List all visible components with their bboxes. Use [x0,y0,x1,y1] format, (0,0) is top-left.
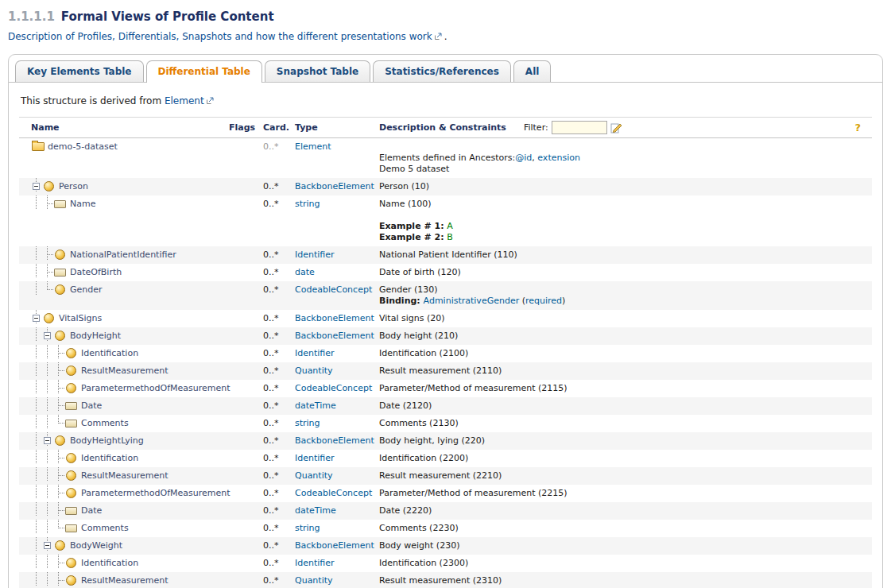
external-link-icon [206,96,214,107]
description-cell: Result measurement (2110) [379,362,872,380]
tab-key-elements-table[interactable]: Key Elements Table [15,60,144,82]
table-row: Date0..*dateTimeDate (2120) [19,397,872,415]
element-name[interactable]: BodyWeight [70,537,122,551]
type-link[interactable]: BackboneElement [295,331,374,341]
type-link[interactable]: string [295,199,320,209]
element-name[interactable]: Comments [81,520,129,533]
cardinality-cell: 0..* [263,281,295,295]
primitive-type-icon [65,420,77,427]
type-link[interactable]: dateTime [295,400,336,411]
element-name[interactable]: Comments [81,415,129,428]
element-name[interactable]: Name [70,195,95,209]
tree-guide [42,362,53,376]
element-name[interactable]: Person [59,178,88,191]
tree-guide [31,281,42,295]
table-row: ParametermethodOfMeasurement0..*Codeable… [19,485,872,502]
filter-input[interactable] [552,121,607,134]
tab-differential-table[interactable]: Differential Table [146,60,262,83]
type-link[interactable]: Quantity [295,470,333,481]
tree-guide [31,520,42,533]
type-link[interactable]: string [295,418,320,428]
description-cell: Date (2120) [379,397,872,415]
desc-text: Person (10) [379,181,429,191]
element-name[interactable]: Identification [81,345,138,358]
type-cell: string [295,415,379,428]
tabs-bar: Key Elements TableDifferential TableSnap… [9,55,882,83]
tab-snapshot-table[interactable]: Snapshot Table [265,60,370,82]
datatype-icon [66,453,76,463]
tree-guide [31,195,42,209]
element-name[interactable]: VitalSigns [59,310,102,323]
datatype-icon [66,488,76,498]
tree-guide-expander [42,327,53,341]
subtitle-link[interactable]: Description of Profiles, Differentials, … [8,31,432,42]
type-link[interactable]: Identifier [295,453,335,463]
type-link[interactable]: Identifier [295,558,335,568]
type-link[interactable]: BackboneElement [295,313,374,323]
tree-guide [53,415,64,428]
element-name[interactable]: ParametermethodOfMeasurement [81,485,230,498]
inline-link[interactable]: required [525,296,562,306]
element-name[interactable]: Gender [70,281,103,295]
element-name[interactable]: ResultMeasurement [81,362,169,376]
help-icon[interactable]: ? [854,122,861,133]
table-row: ResultMeasurement0..*QuantityResult meas… [19,362,872,380]
type-cell: Quantity [295,572,379,586]
section-number: 1.1.1.1 [8,10,55,24]
element-name[interactable]: DateOfBirth [70,264,122,277]
type-link[interactable]: Quantity [295,366,333,376]
element-name[interactable]: Date [81,502,102,516]
description-cell: Identification (2100) [379,345,872,362]
element-name[interactable]: demo-5-dataset [48,138,118,152]
filter-edit-icon[interactable] [610,122,622,133]
collapse-toggle-icon[interactable] [33,183,40,190]
type-link[interactable]: Identifier [295,348,335,358]
inline-link[interactable]: extension [537,153,580,163]
collapse-toggle-icon[interactable] [33,315,40,322]
type-link[interactable]: BackboneElement [295,181,374,191]
icon-slot [64,485,79,498]
type-link[interactable]: date [295,267,315,277]
type-link[interactable]: CodeableConcept [295,488,372,498]
element-name[interactable]: ResultMeasurement [81,572,169,586]
type-link[interactable]: Element [295,141,331,152]
tree-guide [53,397,64,411]
type-link[interactable]: Quantity [295,575,333,586]
inline-link[interactable]: @id [515,153,532,163]
tab-all[interactable]: All [513,60,552,82]
type-link[interactable]: Identifier [295,250,335,260]
cardinality-cell: 0..* [263,397,295,411]
name-cell: ParametermethodOfMeasurement [19,380,229,393]
collapse-toggle-icon[interactable] [44,437,51,444]
element-name[interactable]: Identification [81,450,138,463]
filter-label: Filter: [524,122,548,133]
element-name[interactable]: BodyHeight [70,327,121,341]
tab-statistics-references[interactable]: Statistics/References [373,60,511,82]
type-link[interactable]: string [295,523,320,533]
type-link[interactable]: dateTime [295,505,336,516]
type-cell: Identifier [295,450,379,463]
collapse-toggle-icon[interactable] [44,332,51,339]
type-cell: string [295,195,379,209]
type-cell: Element [295,138,379,152]
element-name[interactable]: Identification [81,555,138,568]
type-link[interactable]: CodeableConcept [295,383,372,393]
name-cell: ResultMeasurement [19,362,229,376]
element-name[interactable]: Date [81,397,102,411]
derived-link[interactable]: Element [165,95,204,106]
table-row: ResultMeasurement0..*QuantityResult meas… [19,572,872,588]
type-link[interactable]: BackboneElement [295,435,374,446]
tree-guide [31,246,42,260]
type-link[interactable]: BackboneElement [295,540,374,551]
type-cell: Identifier [295,345,379,358]
collapse-toggle-icon[interactable] [44,542,51,549]
element-name[interactable]: ParametermethodOfMeasurement [81,380,230,393]
element-name[interactable]: ResultMeasurement [81,467,169,481]
element-name[interactable]: NationalPatientIdentifier [70,246,176,260]
type-link[interactable]: CodeableConcept [295,284,372,295]
inline-link[interactable]: AdministrativeGender [424,296,520,306]
description-cell: Identification (2200) [379,450,872,467]
tree-table-body: demo-5-dataset0..*ElementElements define… [19,138,872,588]
element-name[interactable]: BodyHeightLying [70,432,144,446]
type-cell: Identifier [295,246,379,260]
